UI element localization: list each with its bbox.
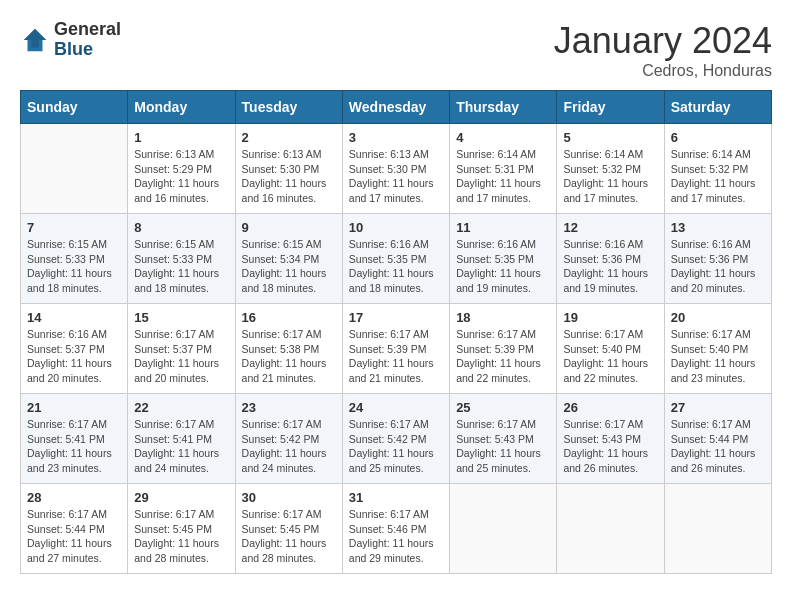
day-number: 22 xyxy=(134,400,228,415)
day-number: 6 xyxy=(671,130,765,145)
calendar-cell: 12Sunrise: 6:16 AMSunset: 5:36 PMDayligh… xyxy=(557,214,664,304)
month-title: January 2024 xyxy=(554,20,772,62)
calendar-cell: 18Sunrise: 6:17 AMSunset: 5:39 PMDayligh… xyxy=(450,304,557,394)
day-number: 20 xyxy=(671,310,765,325)
calendar-cell xyxy=(664,484,771,574)
day-info: Sunrise: 6:14 AMSunset: 5:32 PMDaylight:… xyxy=(563,147,657,206)
day-header-saturday: Saturday xyxy=(664,91,771,124)
logo-general: General xyxy=(54,20,121,40)
calendar-cell: 25Sunrise: 6:17 AMSunset: 5:43 PMDayligh… xyxy=(450,394,557,484)
day-info: Sunrise: 6:17 AMSunset: 5:41 PMDaylight:… xyxy=(134,417,228,476)
day-info: Sunrise: 6:17 AMSunset: 5:43 PMDaylight:… xyxy=(456,417,550,476)
logo: General Blue xyxy=(20,20,121,60)
day-info: Sunrise: 6:17 AMSunset: 5:43 PMDaylight:… xyxy=(563,417,657,476)
day-header-tuesday: Tuesday xyxy=(235,91,342,124)
day-info: Sunrise: 6:16 AMSunset: 5:35 PMDaylight:… xyxy=(349,237,443,296)
calendar-cell: 27Sunrise: 6:17 AMSunset: 5:44 PMDayligh… xyxy=(664,394,771,484)
calendar-week-row: 28Sunrise: 6:17 AMSunset: 5:44 PMDayligh… xyxy=(21,484,772,574)
day-number: 27 xyxy=(671,400,765,415)
day-info: Sunrise: 6:17 AMSunset: 5:40 PMDaylight:… xyxy=(563,327,657,386)
page-header: General Blue January 2024 Cedros, Hondur… xyxy=(20,20,772,80)
calendar-cell: 6Sunrise: 6:14 AMSunset: 5:32 PMDaylight… xyxy=(664,124,771,214)
day-info: Sunrise: 6:14 AMSunset: 5:32 PMDaylight:… xyxy=(671,147,765,206)
calendar-cell: 22Sunrise: 6:17 AMSunset: 5:41 PMDayligh… xyxy=(128,394,235,484)
calendar-cell: 14Sunrise: 6:16 AMSunset: 5:37 PMDayligh… xyxy=(21,304,128,394)
calendar-week-row: 7Sunrise: 6:15 AMSunset: 5:33 PMDaylight… xyxy=(21,214,772,304)
calendar-week-row: 21Sunrise: 6:17 AMSunset: 5:41 PMDayligh… xyxy=(21,394,772,484)
calendar-week-row: 1Sunrise: 6:13 AMSunset: 5:29 PMDaylight… xyxy=(21,124,772,214)
day-info: Sunrise: 6:15 AMSunset: 5:33 PMDaylight:… xyxy=(27,237,121,296)
day-number: 1 xyxy=(134,130,228,145)
calendar-cell: 13Sunrise: 6:16 AMSunset: 5:36 PMDayligh… xyxy=(664,214,771,304)
day-header-wednesday: Wednesday xyxy=(342,91,449,124)
day-number: 17 xyxy=(349,310,443,325)
day-number: 29 xyxy=(134,490,228,505)
title-section: January 2024 Cedros, Honduras xyxy=(554,20,772,80)
calendar-cell: 31Sunrise: 6:17 AMSunset: 5:46 PMDayligh… xyxy=(342,484,449,574)
day-number: 24 xyxy=(349,400,443,415)
day-info: Sunrise: 6:17 AMSunset: 5:45 PMDaylight:… xyxy=(242,507,336,566)
calendar-cell: 21Sunrise: 6:17 AMSunset: 5:41 PMDayligh… xyxy=(21,394,128,484)
day-number: 26 xyxy=(563,400,657,415)
calendar-cell: 1Sunrise: 6:13 AMSunset: 5:29 PMDaylight… xyxy=(128,124,235,214)
day-number: 21 xyxy=(27,400,121,415)
calendar-week-row: 14Sunrise: 6:16 AMSunset: 5:37 PMDayligh… xyxy=(21,304,772,394)
day-info: Sunrise: 6:17 AMSunset: 5:41 PMDaylight:… xyxy=(27,417,121,476)
day-number: 12 xyxy=(563,220,657,235)
day-info: Sunrise: 6:17 AMSunset: 5:42 PMDaylight:… xyxy=(242,417,336,476)
day-info: Sunrise: 6:16 AMSunset: 5:37 PMDaylight:… xyxy=(27,327,121,386)
day-header-monday: Monday xyxy=(128,91,235,124)
day-info: Sunrise: 6:13 AMSunset: 5:30 PMDaylight:… xyxy=(242,147,336,206)
calendar-cell: 5Sunrise: 6:14 AMSunset: 5:32 PMDaylight… xyxy=(557,124,664,214)
day-number: 8 xyxy=(134,220,228,235)
day-info: Sunrise: 6:17 AMSunset: 5:44 PMDaylight:… xyxy=(27,507,121,566)
day-number: 3 xyxy=(349,130,443,145)
day-number: 16 xyxy=(242,310,336,325)
day-info: Sunrise: 6:17 AMSunset: 5:46 PMDaylight:… xyxy=(349,507,443,566)
calendar-cell: 2Sunrise: 6:13 AMSunset: 5:30 PMDaylight… xyxy=(235,124,342,214)
location: Cedros, Honduras xyxy=(554,62,772,80)
day-info: Sunrise: 6:17 AMSunset: 5:39 PMDaylight:… xyxy=(349,327,443,386)
day-info: Sunrise: 6:13 AMSunset: 5:30 PMDaylight:… xyxy=(349,147,443,206)
logo-icon xyxy=(20,25,50,55)
day-number: 5 xyxy=(563,130,657,145)
day-info: Sunrise: 6:17 AMSunset: 5:44 PMDaylight:… xyxy=(671,417,765,476)
calendar-cell: 24Sunrise: 6:17 AMSunset: 5:42 PMDayligh… xyxy=(342,394,449,484)
day-header-friday: Friday xyxy=(557,91,664,124)
day-info: Sunrise: 6:15 AMSunset: 5:33 PMDaylight:… xyxy=(134,237,228,296)
calendar-cell xyxy=(21,124,128,214)
day-number: 9 xyxy=(242,220,336,235)
day-info: Sunrise: 6:13 AMSunset: 5:29 PMDaylight:… xyxy=(134,147,228,206)
day-number: 10 xyxy=(349,220,443,235)
day-number: 13 xyxy=(671,220,765,235)
day-info: Sunrise: 6:16 AMSunset: 5:35 PMDaylight:… xyxy=(456,237,550,296)
day-number: 15 xyxy=(134,310,228,325)
calendar-cell: 30Sunrise: 6:17 AMSunset: 5:45 PMDayligh… xyxy=(235,484,342,574)
day-header-sunday: Sunday xyxy=(21,91,128,124)
day-number: 19 xyxy=(563,310,657,325)
day-info: Sunrise: 6:16 AMSunset: 5:36 PMDaylight:… xyxy=(563,237,657,296)
calendar-cell: 8Sunrise: 6:15 AMSunset: 5:33 PMDaylight… xyxy=(128,214,235,304)
day-info: Sunrise: 6:17 AMSunset: 5:45 PMDaylight:… xyxy=(134,507,228,566)
day-number: 23 xyxy=(242,400,336,415)
calendar-cell: 29Sunrise: 6:17 AMSunset: 5:45 PMDayligh… xyxy=(128,484,235,574)
day-info: Sunrise: 6:15 AMSunset: 5:34 PMDaylight:… xyxy=(242,237,336,296)
day-number: 28 xyxy=(27,490,121,505)
logo-text: General Blue xyxy=(54,20,121,60)
calendar-cell: 26Sunrise: 6:17 AMSunset: 5:43 PMDayligh… xyxy=(557,394,664,484)
calendar-cell: 23Sunrise: 6:17 AMSunset: 5:42 PMDayligh… xyxy=(235,394,342,484)
calendar-header-row: SundayMondayTuesdayWednesdayThursdayFrid… xyxy=(21,91,772,124)
calendar-cell: 16Sunrise: 6:17 AMSunset: 5:38 PMDayligh… xyxy=(235,304,342,394)
calendar-cell: 28Sunrise: 6:17 AMSunset: 5:44 PMDayligh… xyxy=(21,484,128,574)
day-info: Sunrise: 6:16 AMSunset: 5:36 PMDaylight:… xyxy=(671,237,765,296)
day-info: Sunrise: 6:17 AMSunset: 5:37 PMDaylight:… xyxy=(134,327,228,386)
day-number: 14 xyxy=(27,310,121,325)
day-info: Sunrise: 6:14 AMSunset: 5:31 PMDaylight:… xyxy=(456,147,550,206)
day-number: 11 xyxy=(456,220,550,235)
calendar-cell: 19Sunrise: 6:17 AMSunset: 5:40 PMDayligh… xyxy=(557,304,664,394)
day-number: 7 xyxy=(27,220,121,235)
day-number: 25 xyxy=(456,400,550,415)
day-info: Sunrise: 6:17 AMSunset: 5:38 PMDaylight:… xyxy=(242,327,336,386)
calendar-cell: 3Sunrise: 6:13 AMSunset: 5:30 PMDaylight… xyxy=(342,124,449,214)
day-info: Sunrise: 6:17 AMSunset: 5:42 PMDaylight:… xyxy=(349,417,443,476)
